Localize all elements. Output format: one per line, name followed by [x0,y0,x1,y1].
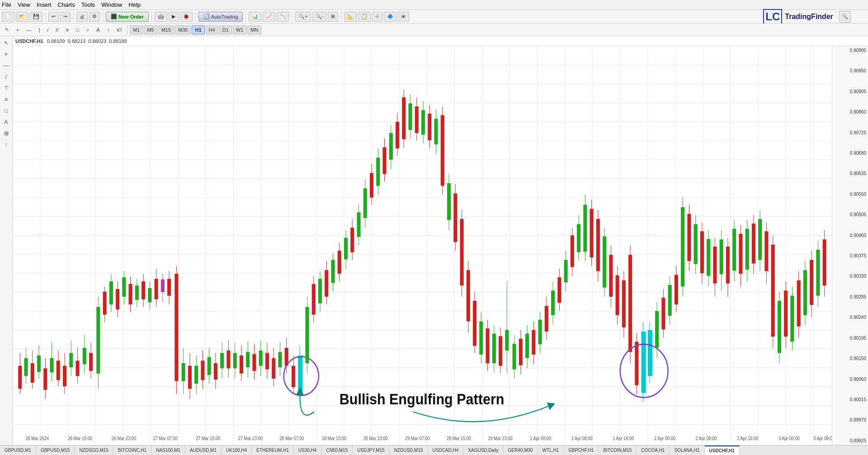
toolbar-properties[interactable]: ⚙ [89,12,100,22]
hline-tool[interactable]: — [23,25,34,35]
tf-w1[interactable]: W1 [233,25,247,34]
lt-rect[interactable]: □ [1,106,11,116]
lt-cursor[interactable]: ↖ [1,38,11,48]
tab-usdcad-h4[interactable]: USDCAD,H4 [428,446,464,455]
toolbar-experts[interactable]: 🤖 [155,12,167,22]
menu-help[interactable]: Help [128,1,141,8]
tf-m15[interactable]: M15 [158,25,174,34]
lt-text[interactable]: A [1,117,11,127]
svg-text:27 Mar 07:00: 27 Mar 07:00 [153,436,177,441]
tab-wtl-h1[interactable]: WTL,H1 [538,446,564,455]
tab-gbpchf-h1[interactable]: GBPCHF,H1 [564,446,599,455]
rect-tool[interactable]: □ [73,25,82,35]
tab-gbpusd-m15[interactable]: GBPUSD,M15 [36,446,75,455]
tab-usdchf-h1[interactable]: USDCHF,H1 [705,446,740,455]
lt-channel[interactable]: ⊤ [1,83,11,93]
lt-label[interactable]: ⊞ [1,128,11,138]
tf-h4[interactable]: H4 [206,25,218,34]
toolbar-display[interactable]: 👁 [398,12,409,22]
svg-text:28 Mar 23:00: 28 Mar 23:00 [363,436,388,441]
tf-d1[interactable]: D1 [219,25,232,34]
toolbar-new-file[interactable]: 📄 [2,12,14,22]
svg-rect-297 [810,260,813,305]
chart-canvas[interactable]: Bullish Engulfing Pattern 26 Mar 2024 26… [13,46,832,445]
tab-gbpusd-m1[interactable]: GBPUSD,M1 [0,446,36,455]
menu-window[interactable]: Window [101,1,122,8]
toolbar-period-sep[interactable]: ⊹ [372,12,382,22]
svg-rect-61 [50,358,53,373]
toolbar-fit[interactable]: ⊞ [328,12,338,22]
toolbar-compile[interactable]: ▶ [169,12,179,22]
toolbar-chart-line[interactable]: 📉 [277,12,289,22]
tf-mn[interactable]: MN [247,25,261,34]
new-order-button[interactable]: ⬛ New Order [106,12,149,22]
lt-fib[interactable]: ≡ [1,95,11,104]
tab-usdjpy-m15[interactable]: USDJPY,M15 [353,446,389,455]
menu-view[interactable]: View [18,1,30,8]
lt-hline[interactable]: — [1,61,11,71]
tab-nas100-m1[interactable]: NAS100,M1 [151,446,185,455]
tab-bitcoin-m15[interactable]: BITCOIN,M15 [599,446,637,455]
tf-m30[interactable]: M30 [175,25,191,34]
price-level-9: 0.90505 [834,212,866,217]
svg-rect-111 [214,363,217,379]
toolbar-chart-bar[interactable]: 📊 [249,12,261,22]
svg-rect-218 [557,277,561,303]
price-level-17: 0.90060 [834,377,866,382]
menu-charts[interactable]: Charts [57,1,75,8]
svg-rect-251 [661,298,665,329]
channel-tool[interactable]: // [52,25,61,35]
tab-nzdsgd-m15[interactable]: NZDSGD,M15 [75,446,113,455]
toolbar-print[interactable]: 🖨 [76,12,88,22]
trend-line-tool[interactable]: / [44,25,52,35]
toolbar-chart-candle[interactable]: 📈 [263,12,275,22]
toolbar-redo[interactable]: ↪ [60,12,71,22]
autotrading-button[interactable]: 🔄 AutoTrading [198,12,243,22]
lt-line[interactable]: / [1,72,11,82]
svg-rect-127 [265,353,269,369]
menu-tools[interactable]: Tools [81,1,95,8]
ellipse-tool[interactable]: ○ [83,25,93,35]
tf-m5[interactable]: M5 [144,25,157,34]
tab-ger40-m30[interactable]: GER40,M30 [504,446,538,455]
tab-xagusd-daily[interactable]: XAGUSD,Daily [463,446,503,455]
toolbar-save[interactable]: 💾 [30,12,42,22]
cursor-tool[interactable]: ↖ [2,25,12,35]
price-level-8: 0.90550 [834,192,866,197]
crosshair-tool[interactable]: + [13,25,22,35]
lt-arrow-up[interactable]: ↑ [1,140,11,150]
tf-m1[interactable]: M1 [130,25,143,34]
toolbar-indicators[interactable]: 📐 [344,12,357,22]
toolbar-open[interactable]: 📂 [16,12,28,22]
tab-us30-h4[interactable]: US30,H4 [294,446,322,455]
tab-cocoa-h1[interactable]: COCOA,H1 [637,446,670,455]
lt-crosshair[interactable]: + [1,49,11,59]
tf-h1[interactable]: H1 [192,25,204,34]
label-tool[interactable]: 🏷 [113,25,125,35]
toolbar-objects[interactable]: 🔷 [384,12,396,22]
toolbar-debug[interactable]: 🐞 [180,12,193,22]
tab-uk100-h4[interactable]: UK100,H4 [222,446,252,455]
tab-solana-h1[interactable]: SOLANA,H1 [670,446,704,455]
arrow-tool[interactable]: ↑ [104,25,113,35]
menu-insert[interactable]: Insert [37,1,52,8]
sep-1 [45,12,46,22]
tab-nzdusd-m15[interactable]: NZDUSD,M15 [390,446,428,455]
text-tool[interactable]: A [93,25,103,35]
toolbar-zoom-out[interactable]: 🔍- [312,12,327,22]
svg-rect-109 [208,357,211,375]
toolbar-undo[interactable]: ↩ [48,12,59,22]
svg-rect-285 [771,245,775,337]
price-scale: 0.90995 0.90950 0.90905 0.90860 0.90725 … [832,46,868,445]
toolbar-templates[interactable]: 📋 [358,12,371,22]
tab-bitcoinc-h1[interactable]: BITCOINC,H1 [113,446,151,455]
menu-file[interactable]: File [2,1,11,8]
svg-text:29 Mar 07:00: 29 Mar 07:00 [405,436,429,441]
tab-cn50-m15[interactable]: CN50,M15 [321,446,353,455]
fib-tool[interactable]: ≡ [62,25,71,35]
tab-audusd-m1[interactable]: AUDUSD,M1 [185,446,222,455]
vline-tool[interactable]: | [35,25,43,35]
tab-ethereum-h1[interactable]: ETHEREUM,H1 [252,446,294,455]
search-button[interactable]: 🔍 [839,11,851,23]
toolbar-zoom-in[interactable]: 🔍+ [295,12,311,22]
